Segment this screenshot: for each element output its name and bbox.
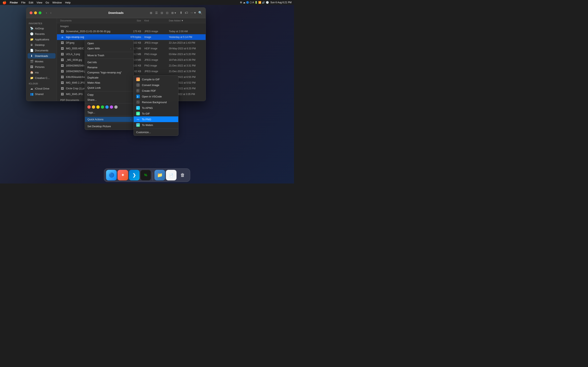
sidebar-item-documents[interactable]: 📄 Documents — [27, 48, 56, 53]
sidebar-item-recents[interactable]: 🕐 Recents — [27, 31, 56, 36]
menu-help[interactable]: Help — [65, 1, 71, 4]
sidebar-item-movies[interactable]: 🎬 Movies — [27, 59, 56, 64]
minimize-button[interactable] — [34, 11, 37, 14]
file-kind: PNG image — [141, 64, 165, 67]
sub-to-png[interactable]: PNG To PNG — [134, 117, 178, 122]
menu-edit[interactable]: Edit — [29, 1, 33, 4]
dock-altstore[interactable]: ✦ — [118, 170, 128, 180]
sub-customize[interactable]: Customize... — [134, 130, 178, 135]
to-gif-icon: GIF — [136, 112, 140, 115]
column-headers: Documents Size Kind Date Added ▼ — [57, 18, 206, 23]
sidebar-item-downloads[interactable]: ⬇ Downloads — [27, 53, 56, 58]
sub-remove-bg[interactable]: Remove Background — [134, 99, 178, 105]
ctx-rename[interactable]: Rename — [85, 65, 134, 70]
tag-gray[interactable] — [114, 105, 118, 109]
menu-view[interactable]: View — [36, 1, 42, 4]
maximize-button[interactable] — [39, 11, 42, 14]
tag-toolbar-icon[interactable]: 🏷 — [185, 11, 188, 15]
sub-compile-gif[interactable]: G Compile to GIF — [134, 76, 178, 82]
dock-finder[interactable]: 🔵 — [106, 170, 117, 180]
file-name: logo-revamp.svg — [66, 36, 125, 39]
ctx-open[interactable]: Open — [85, 41, 134, 46]
menu-go[interactable]: Go — [45, 1, 49, 4]
sidebar-item-airdrop[interactable]: 📡 AirDrop — [27, 26, 56, 31]
apple-menu[interactable]: 🍎 — [2, 1, 7, 4]
menu-file[interactable]: File — [21, 1, 26, 4]
ctx-make-alias-label: Make Alias — [87, 81, 100, 84]
sub-to-gif[interactable]: GIF To GIF — [134, 111, 178, 117]
svg-line-8 — [138, 101, 139, 103]
to-webm-icon: WEB — [136, 123, 140, 127]
ctx-quick-actions[interactable]: Quick Actions › — [85, 117, 134, 122]
share-toolbar-icon[interactable]: ⬆ — [180, 11, 182, 15]
tag-purple[interactable] — [110, 105, 113, 109]
sub-convert-image[interactable]: Convert Image — [134, 82, 178, 88]
open-vscode-icon: ❯ — [136, 95, 140, 98]
ctx-get-info[interactable]: Get Info — [85, 60, 134, 65]
tag-green[interactable] — [101, 105, 104, 109]
dock-terminal[interactable]: % — [140, 170, 151, 180]
sidebar-item-pictures[interactable]: 🖼 Pictures — [27, 64, 56, 69]
sub-to-apng[interactable]: A To APNG — [134, 105, 178, 111]
sidebar-item-icloud-drive[interactable]: ☁ iCloud Drive — [27, 86, 56, 91]
dock-folder[interactable]: 📁 — [155, 170, 165, 180]
menu-window[interactable]: Window — [52, 1, 62, 4]
ctx-move-to-trash[interactable]: Move to Trash — [85, 53, 134, 58]
to-png-icon: PNG — [136, 117, 140, 121]
sidebar-item-desktop[interactable]: 🖥 Desktop — [27, 42, 56, 48]
col-header-name[interactable]: Documents — [60, 19, 125, 22]
col-header-date[interactable]: Date Added ▼ — [165, 19, 202, 22]
ctx-compress[interactable]: Compress "logo-revamp.svg" — [85, 70, 134, 75]
gallery-view-button[interactable]: ⊡ — [165, 10, 170, 15]
remove-bg-icon — [136, 100, 140, 104]
altstore-dock-icon: ✦ — [121, 173, 125, 178]
svg-text:WEB: WEB — [137, 125, 139, 126]
sub-compile-gif-label: Compile to GIF — [142, 78, 160, 81]
col-header-size[interactable]: Size — [125, 19, 141, 22]
ctx-make-alias[interactable]: Make Alias — [85, 80, 134, 85]
ctx-share[interactable]: Share... — [85, 97, 134, 102]
tag-yellow[interactable] — [96, 105, 100, 109]
file-kind: PNG image — [141, 53, 165, 56]
search-toolbar-icon[interactable]: 🔍 — [198, 11, 202, 15]
ctx-tags-label[interactable]: Tags... — [85, 110, 134, 115]
sidebar-item-ma[interactable]: 🏠 ma — [27, 70, 56, 75]
ctx-rename-label: Rename — [87, 66, 97, 69]
sidebar-item-shared[interactable]: 👥 Shared — [27, 91, 56, 97]
sub-create-pdf[interactable]: Create PDF — [134, 88, 178, 94]
sidebar-item-label: Desktop — [35, 43, 45, 47]
ctx-duplicate[interactable]: Duplicate — [85, 75, 134, 80]
ctx-copy[interactable]: Copy — [85, 92, 134, 97]
sort-button[interactable]: ⊞ ▾ — [170, 10, 177, 15]
file-name: Screenshot_2020-11-01-20-30-56-30.jpg — [66, 30, 125, 33]
col-header-kind[interactable]: Kind — [141, 19, 165, 22]
sub-open-vscode[interactable]: ❯ Open in VSCode — [134, 94, 178, 99]
table-row[interactable]: ◆ logo-revamp.svg 979 bytes Image Yester… — [57, 34, 206, 40]
sub-to-webm-label: To Webm — [142, 124, 153, 127]
back-button[interactable]: ‹ — [45, 11, 48, 15]
ctx-quick-look[interactable]: Quick Look — [85, 85, 134, 90]
dock-pdf[interactable]: 📄 — [166, 170, 177, 180]
icon-view-button[interactable]: ⊞ — [149, 10, 154, 15]
sidebar-item-applications[interactable]: 📁 Applications — [27, 37, 56, 42]
tag-red[interactable] — [87, 105, 91, 109]
dock-vscode[interactable]: ❯ — [129, 170, 140, 180]
forward-button[interactable]: › — [49, 11, 52, 15]
sub-to-webm[interactable]: WEB To Webm — [134, 122, 178, 128]
tag-blue[interactable] — [105, 105, 109, 109]
sidebar-item-label: ma — [35, 71, 39, 74]
ctx-open-with[interactable]: Open With › — [85, 46, 134, 51]
ctx-divider-4 — [85, 103, 134, 103]
list-view-button[interactable]: ☰ — [154, 10, 159, 15]
column-view-button[interactable]: ⊟ — [159, 10, 164, 15]
close-button[interactable] — [30, 11, 33, 14]
dock-trash[interactable]: 🗑 — [177, 170, 188, 180]
titlebar: ‹ › Downloads ⊞ ☰ ⊟ ⊡ ⊞ ▾ ⬆ 🏷 ··· ▾ 🔍 — [26, 8, 206, 18]
file-icon: 🖼 — [60, 52, 64, 56]
more-toolbar-icon[interactable]: ··· ▾ — [190, 11, 196, 15]
tag-orange[interactable] — [92, 105, 95, 109]
ctx-set-desktop[interactable]: Set Desktop Picture — [85, 124, 134, 129]
table-row[interactable]: 🖼 Screenshot_2020-11-01-20-30-56-30.jpg … — [57, 29, 206, 34]
sidebar-item-creative[interactable]: 📁 Creative C... — [27, 75, 56, 81]
app-name[interactable]: Finder — [10, 1, 18, 4]
